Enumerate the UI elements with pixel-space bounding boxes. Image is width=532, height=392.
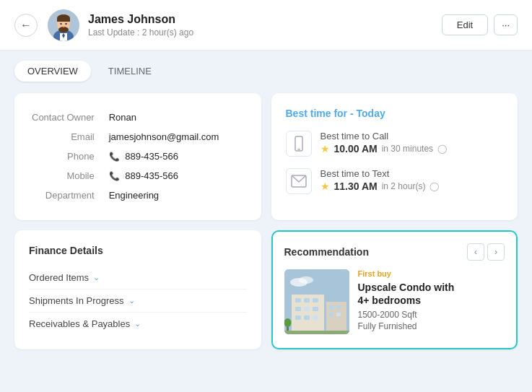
svg-rect-25	[304, 315, 310, 320]
receivables-label: Receivables & Payables	[29, 318, 130, 329]
list-item[interactable]: Receivables & Payables ⌄	[29, 313, 247, 335]
chevron-down-icon: ⌄	[93, 273, 100, 282]
svg-point-9	[65, 22, 66, 24]
text-icon	[286, 168, 312, 194]
phone-icon: 📞	[109, 152, 120, 162]
phone-value: 📞 889-435-566	[106, 147, 247, 166]
table-row: Email jamesjohnson@gmail.com	[29, 127, 247, 147]
contact-name: James Johnson	[88, 13, 442, 26]
table-row: Contact Owner Ronan	[29, 108, 247, 127]
chevron-down-icon: ⌄	[128, 296, 135, 305]
list-item[interactable]: Shipments In Progress ⌄	[29, 289, 247, 313]
mobile-label: Mobile	[29, 166, 106, 186]
recommendation-name: Upscale Condo with 4+ bedrooms	[358, 281, 505, 307]
recommendation-tag: First buy	[358, 269, 505, 278]
call-info: Best time to Call ★ 10.00 AM in 30 minut…	[320, 131, 448, 154]
call-time: 10.00 AM	[334, 143, 378, 154]
svg-rect-30	[329, 313, 333, 316]
text-time: 11.30 AM	[334, 180, 378, 192]
owner-label: Contact Owner	[29, 108, 106, 127]
recommendation-sqft: 1500-2000 Sqft	[358, 310, 505, 320]
finance-title: Finance Details	[29, 245, 247, 256]
ordered-items-label: Ordered Items	[29, 272, 89, 283]
svg-point-8	[60, 22, 61, 24]
table-row: Phone 📞 889-435-566	[29, 147, 247, 166]
header-actions: Edit ···	[442, 14, 518, 35]
tabs: OVERVIEW TIMELINE	[0, 51, 532, 82]
chevron-down-icon: ⌄	[134, 319, 141, 328]
department-label: Department	[29, 186, 106, 205]
svg-rect-21	[295, 307, 301, 311]
svg-rect-24	[295, 315, 301, 320]
svg-rect-32	[284, 331, 349, 334]
owner-value: Ronan	[106, 108, 247, 127]
recommendation-furnished: Fully Furnished	[358, 321, 505, 331]
call-label: Best time to Call	[320, 131, 448, 141]
svg-point-10	[63, 26, 65, 27]
svg-rect-6	[57, 18, 70, 22]
best-time-call-row: Best time to Call ★ 10.00 AM in 30 minut…	[286, 131, 504, 157]
contact-table: Contact Owner Ronan Email jamesjohnson@g…	[29, 108, 247, 205]
text-value: ★ 11.30 AM in 2 hour(s) ◯	[320, 180, 440, 192]
svg-rect-22	[304, 307, 310, 311]
phone-label: Phone	[29, 147, 106, 166]
svg-rect-23	[313, 307, 318, 311]
tab-timeline[interactable]: TIMELINE	[95, 61, 165, 82]
recommendation-title: Recommendation	[284, 246, 369, 258]
best-time-highlight: Today	[357, 108, 385, 119]
next-button[interactable]: ›	[487, 243, 505, 261]
table-row: Department Engineering	[29, 186, 247, 205]
svg-rect-29	[336, 305, 341, 309]
svg-rect-31	[336, 313, 341, 316]
text-clock-icon: ◯	[429, 181, 439, 191]
svg-rect-12	[297, 149, 300, 150]
call-icon	[286, 131, 312, 157]
best-time-title: Best time for - Today	[286, 108, 504, 119]
header: ← James Johnson Last Update : 2 hou	[0, 0, 532, 51]
svg-rect-20	[313, 298, 318, 302]
recommendation-body: First buy Upscale Condo with 4+ bedrooms…	[284, 269, 505, 334]
last-update: Last Update : 2 hour(s) ago	[88, 27, 442, 38]
department-value: Engineering	[106, 186, 247, 205]
text-info: Best time to Text ★ 11.30 AM in 2 hour(s…	[320, 168, 440, 192]
recommendation-info: First buy Upscale Condo with 4+ bedrooms…	[358, 269, 505, 333]
recommendation-card: Recommendation ‹ ›	[271, 230, 518, 349]
back-button[interactable]: ←	[14, 14, 38, 37]
avatar	[48, 9, 79, 41]
text-sub: in 2 hour(s)	[382, 181, 426, 191]
call-sub: in 30 minutes	[382, 144, 433, 154]
call-clock-icon: ◯	[437, 144, 447, 154]
table-row: Mobile 📞 889-435-566	[29, 166, 247, 186]
edit-button[interactable]: Edit	[442, 14, 488, 35]
shipments-label: Shipments In Progress	[29, 295, 124, 306]
svg-rect-19	[304, 298, 310, 302]
text-label: Best time to Text	[320, 168, 440, 179]
svg-rect-28	[329, 305, 333, 309]
mobile-value: 📞 889-435-566	[106, 166, 247, 186]
svg-rect-26	[313, 315, 318, 320]
best-time-card: Best time for - Today Best time to Call …	[271, 93, 518, 220]
text-star-icon: ★	[320, 180, 330, 192]
svg-point-7	[58, 27, 69, 32]
recommendation-nav: ‹ ›	[467, 243, 505, 261]
header-info: James Johnson Last Update : 2 hour(s) ag…	[88, 13, 442, 38]
svg-point-16	[299, 276, 313, 284]
call-star-icon: ★	[320, 143, 330, 154]
finance-card: Finance Details Ordered Items ⌄ Shipment…	[14, 230, 261, 349]
contact-details-card: Contact Owner Ronan Email jamesjohnson@g…	[14, 93, 261, 220]
svg-rect-18	[295, 298, 301, 302]
best-time-text-row: Best time to Text ★ 11.30 AM in 2 hour(s…	[286, 168, 504, 194]
tab-overview[interactable]: OVERVIEW	[14, 61, 91, 82]
list-item[interactable]: Ordered Items ⌄	[29, 266, 247, 289]
content: Contact Owner Ronan Email jamesjohnson@g…	[0, 82, 532, 361]
more-button[interactable]: ···	[494, 14, 518, 35]
email-label: Email	[29, 127, 106, 147]
prev-button[interactable]: ‹	[467, 243, 484, 261]
email-value: jamesjohnson@gmail.com	[106, 127, 247, 147]
recommendation-header: Recommendation ‹ ›	[284, 243, 505, 261]
recommendation-image	[284, 269, 349, 334]
call-value: ★ 10.00 AM in 30 minutes ◯	[320, 143, 448, 154]
mobile-icon: 📞	[109, 171, 120, 181]
